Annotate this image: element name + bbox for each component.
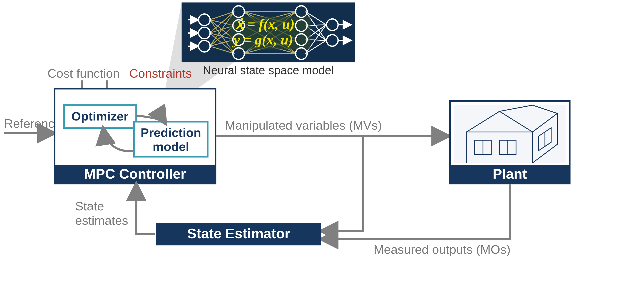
neural-state-space-inset: ẋ = f(x, u) y = g(x, u) bbox=[182, 2, 355, 62]
mpc-controller-title: MPC Controller bbox=[84, 166, 186, 182]
nn-equation-1: ẋ = f(x, u) bbox=[235, 16, 295, 32]
constraints-label: Constraints bbox=[129, 66, 192, 80]
diagram-canvas: Reference Cost function Constraints MPC … bbox=[0, 0, 644, 300]
plant-block: Plant bbox=[450, 101, 570, 183]
cost-function-label: Cost function bbox=[48, 66, 120, 80]
optimizer-label: Optimizer bbox=[71, 109, 128, 123]
prediction-model-label-1: Prediction bbox=[140, 126, 201, 140]
mvs-label: Manipulated variables (MVs) bbox=[225, 118, 382, 132]
nn-caption: Neural state space model bbox=[203, 64, 334, 77]
plant-house-icon bbox=[454, 105, 566, 163]
reference-label: Reference bbox=[4, 117, 61, 130]
mos-label: Measured outputs (MOs) bbox=[374, 243, 511, 257]
state-estimates-label-2: estimates bbox=[75, 214, 128, 227]
prediction-model-label-2: model bbox=[153, 140, 189, 154]
state-estimator-title: State Estimator bbox=[187, 226, 290, 241]
mvs-to-estimator-arrow bbox=[322, 136, 364, 231]
mpc-controller-block: MPC Controller Optimizer Prediction mode… bbox=[54, 89, 216, 184]
state-estimates-arrow bbox=[136, 185, 156, 234]
plant-title: Plant bbox=[493, 166, 527, 182]
nn-equation-2: y = g(x, u) bbox=[232, 32, 293, 48]
state-estimates-label-1: State bbox=[75, 199, 104, 213]
